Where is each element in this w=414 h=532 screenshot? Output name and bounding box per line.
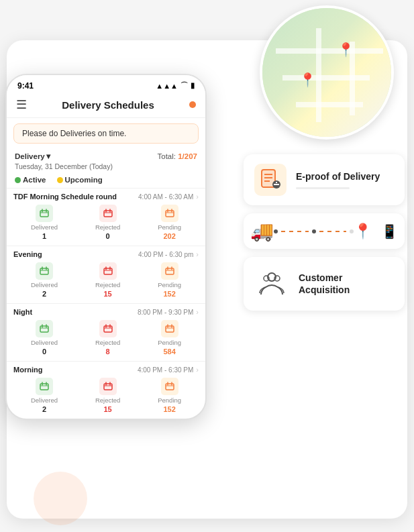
svg-rect-8: [166, 326, 174, 332]
pending-label-2: Pending: [158, 339, 181, 346]
pending-count-0: 202: [163, 232, 175, 240]
schedule-header-2: Night 8:00 PM - 9:30 PM ›: [7, 304, 205, 317]
schedule-item[interactable]: Night 8:00 PM - 9:30 PM › Delivered 0: [7, 303, 205, 361]
rejected-count-1: 15: [104, 290, 112, 298]
status-bar: 9:41 ▲▲▲ ⌒ ▮: [7, 75, 205, 93]
chevron-right-icon-3: ›: [196, 366, 199, 374]
rejected-count-2: 8: [106, 348, 110, 356]
pending-icon-1: [161, 262, 178, 280]
location-pin-icon: 📍: [354, 223, 372, 240]
schedule-item[interactable]: Evening 4:00 PM - 6:30 pm › Delivered 2: [7, 246, 205, 303]
pending-label-3: Pending: [158, 396, 181, 404]
upcoming-dot: [57, 177, 63, 183]
rejected-icon-2: [99, 320, 117, 337]
rejected-label-1: Rejected: [95, 281, 121, 288]
eproof-line: [296, 187, 350, 189]
delivered-count-2: 0: [42, 348, 46, 356]
eproof-card[interactable]: E-proof of Delivery: [244, 154, 405, 205]
map-circle: 📍 📍: [260, 5, 394, 140]
schedule-header-3: Morning 4:00 PM - 6:30 PM ›: [7, 362, 205, 375]
svg-rect-1: [104, 211, 112, 217]
total-value: 1/207: [178, 152, 197, 160]
schedule-name-2: Night: [13, 308, 32, 316]
delivered-label-3: Delivered: [31, 396, 58, 404]
customer-icon: [254, 266, 289, 301]
page-title: Delivery Schedules: [62, 99, 154, 111]
delivery-meta: Delivery ▾ Total: 1/207: [7, 149, 205, 162]
pending-count-2: 584: [163, 348, 175, 356]
svg-rect-10: [104, 384, 112, 390]
svg-rect-7: [104, 326, 112, 332]
total-label: Total: 1/207: [158, 152, 197, 160]
rejected-label-2: Rejected: [95, 339, 121, 346]
truck-icon: 🚚: [250, 220, 274, 242]
schedule-item[interactable]: TDF Morning Schedule round 4:00 AM - 6:3…: [7, 188, 205, 246]
eproof-icon: [254, 164, 287, 196]
delivered-count-0: 1: [42, 232, 46, 240]
stats-row-3: Delivered 2 Rejected 15 Pending 152: [7, 375, 205, 419]
rejected-stat-0: Rejected 0: [95, 205, 121, 240]
rejected-label-3: Rejected: [95, 396, 121, 404]
pending-icon-3: [161, 378, 178, 395]
pending-label-1: Pending: [158, 281, 181, 288]
schedules-list: TDF Morning Schedule round 4:00 AM - 6:3…: [7, 188, 205, 419]
schedule-time-1: 4:00 PM - 6:30 pm: [138, 251, 193, 258]
delivered-stat-2: Delivered 0: [31, 320, 58, 356]
rejected-icon-3: [99, 378, 117, 395]
svg-rect-9: [40, 384, 48, 390]
schedule-header-0: TDF Morning Schedule round 4:00 AM - 6:3…: [7, 189, 205, 202]
pending-label-0: Pending: [158, 223, 181, 231]
active-dot: [15, 177, 21, 183]
wifi-icon: ⌒: [180, 81, 188, 91]
pending-count-1: 152: [163, 290, 175, 298]
eproof-title: E-proof of Delivery: [296, 170, 380, 182]
svg-rect-6: [40, 326, 48, 332]
decorative-circle: [34, 472, 87, 525]
notification-dot: [189, 101, 196, 108]
pending-stat-0: Pending 202: [158, 205, 181, 240]
chevron-right-icon-2: ›: [196, 308, 199, 316]
delivered-icon-1: [36, 262, 53, 280]
chevron-down-icon: ▾: [46, 152, 50, 161]
chevron-right-icon-0: ›: [196, 193, 199, 201]
svg-rect-3: [40, 268, 48, 274]
track-line-2: [319, 231, 347, 232]
schedule-time-2: 8:00 PM - 9:30 PM: [138, 309, 193, 316]
time-display: 9:41: [17, 81, 34, 91]
delivered-icon-3: [36, 378, 53, 395]
pending-icon-2: [161, 320, 178, 337]
delivered-stat-1: Delivered 2: [31, 262, 58, 298]
active-status: Active: [15, 176, 46, 184]
pending-stat-2: Pending 584: [158, 320, 181, 356]
schedule-header-1: Evening 4:00 PM - 6:30 pm ›: [7, 246, 205, 260]
payment-icon: 📱: [381, 223, 398, 240]
svg-rect-0: [40, 211, 48, 217]
rejected-icon-0: [99, 205, 117, 222]
upcoming-status: Upcoming: [57, 176, 103, 184]
battery-icon: ▮: [191, 81, 195, 90]
tracking-card[interactable]: 🚚 📍 📱: [244, 213, 405, 249]
schedule-item[interactable]: Morning 4:00 PM - 6:30 PM › Delivered 2: [7, 361, 205, 419]
rejected-count-0: 0: [106, 232, 110, 240]
pending-icon-0: [161, 205, 178, 222]
delivered-label-1: Delivered: [31, 281, 58, 288]
right-panel: E-proof of Delivery 🚚 📍 📱: [244, 154, 405, 311]
delivered-count-3: 2: [42, 405, 46, 413]
schedule-time-0: 4:00 AM - 6:30 AM: [138, 193, 193, 201]
status-icons: ▲▲▲ ⌒ ▮: [156, 81, 195, 91]
delivered-stat-3: Delivered 2: [31, 378, 58, 413]
schedule-name-0: TDF Morning Schedule round: [13, 193, 117, 201]
stats-row-0: Delivered 1 Rejected 0 Pending 202: [7, 202, 205, 246]
rejected-stat-3: Rejected 15: [95, 378, 121, 413]
rejected-stat-1: Rejected 15: [95, 262, 121, 298]
signal-icon: ▲▲▲: [156, 82, 178, 90]
delivered-count-1: 2: [42, 290, 46, 298]
menu-icon[interactable]: ☰: [16, 97, 27, 112]
delivered-icon-2: [36, 320, 53, 337]
rejected-icon-1: [99, 262, 117, 280]
pending-stat-1: Pending 152: [158, 262, 181, 298]
svg-rect-11: [166, 384, 174, 390]
chevron-right-icon-1: ›: [196, 250, 199, 258]
delivery-label[interactable]: Delivery ▾: [15, 152, 50, 161]
customer-card[interactable]: Customer Acquisition: [244, 257, 405, 311]
